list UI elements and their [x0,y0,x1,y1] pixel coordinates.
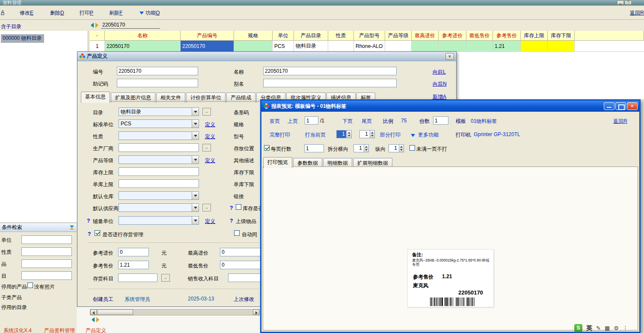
stock-mgmt-help-icon[interactable]: ? [88,231,91,237]
sub-products-label[interactable]: 子类产品 [1,294,22,301]
col-header-code[interactable]: 产品编号 [181,31,234,41]
col-header-ref-sell[interactable]: 参考售价 [493,31,521,41]
cell-spec[interactable] [234,41,273,52]
col-header-stock-max[interactable]: 库存上限 [521,31,548,41]
return-link[interactable]: 返回R [630,9,644,17]
filter-product-input[interactable] [21,259,72,268]
aux-unit-define-link[interactable]: 定义 [205,218,215,225]
dropdown-arrow-icon[interactable] [192,204,199,211]
grid-corner-header[interactable]: - [90,31,105,41]
catalog-browse-button[interactable]: .. [202,108,211,116]
cell-min-sell[interactable] [466,41,493,52]
cell-max-buy[interactable] [412,41,439,52]
stock-mgmt-checkbox[interactable] [95,230,100,236]
app-restore-button[interactable]: ❐ [625,0,632,5]
tree-item-material-catalog[interactable]: 000000 物料目录 [1,34,44,43]
cell-ref-buy[interactable] [439,41,466,52]
cell-catalog[interactable]: 物料目录 [294,41,328,52]
record-nav-icon-bottom[interactable] [92,317,99,324]
first-page-link[interactable]: 首页 [270,118,280,125]
toolbar-delete-button[interactable]: 删除D [50,9,64,17]
bottom-tab-product-data[interactable]: 产品资料管理 [44,327,75,333]
report-titlebar[interactable]: 报表预览: 模板编号 - 01物料标签 [261,101,639,112]
col-header-stock-min[interactable]: 库存下限 [548,31,575,41]
alias-input[interactable] [263,79,397,87]
col-header-nature[interactable]: 性质 [328,31,354,41]
name-input[interactable] [263,67,397,75]
split-vertical-spinner[interactable]: 1 [389,144,404,152]
grade-combo[interactable] [119,155,199,164]
stock-max-input[interactable] [119,167,199,176]
spinner-arrows-icon[interactable] [399,145,404,152]
row-number-cell[interactable]: 1 [90,41,105,52]
col-header-ref-buy[interactable]: 参考进价 [439,31,466,41]
cell-model[interactable]: Rhone-ALO [354,41,385,52]
default-supplier-browse-button[interactable]: .. [202,204,211,211]
col-header-min-sell[interactable]: 最低售价 [466,31,493,41]
manufacturer-input[interactable] [119,143,199,152]
next-record-link[interactable]: 向后N [433,80,447,88]
catalog-combo[interactable]: 物料目录 [119,107,199,116]
col-header-name[interactable]: 名称 [105,31,181,41]
default-warehouse-combo[interactable] [119,191,199,200]
filter-nature-input[interactable] [21,247,72,256]
toolbar-functions-button[interactable]: 功能O [139,9,160,17]
nature-combo[interactable] [119,131,199,140]
next-page-link[interactable]: 下页 [342,118,353,125]
col-header-model[interactable]: 产品型号 [354,31,385,41]
aux-unit-combo[interactable] [119,216,199,225]
cell-name[interactable]: 22050170 [105,41,181,52]
auto-sync-checkbox[interactable] [234,230,240,236]
tab-print-preview[interactable]: 打印预览 [263,157,292,168]
col-header-catalog[interactable]: 产品目录 [294,31,328,41]
report-minimize-button[interactable] [604,102,614,110]
settings-icon[interactable]: ⚙ [614,325,619,331]
dialog-titlebar[interactable]: 产品定义 ✕ [77,52,456,61]
tab-basic-info[interactable]: 基本信息 [81,92,110,103]
spinner-arrows-icon[interactable] [347,131,351,138]
toolbar-edit-button[interactable]: 修改E [20,9,33,17]
rows-per-page-checkbox[interactable] [264,145,270,151]
dropdown-arrow-icon[interactable] [192,192,199,199]
cell-stock-min[interactable] [548,41,575,52]
prev-page-link[interactable]: 上页 [288,118,298,125]
grade-define-link[interactable]: 定义 [205,157,215,164]
keyboard-grid-icon[interactable]: ▦ [605,325,610,331]
toolbar-add-button[interactable]: A [1,9,4,15]
dialog-close-button[interactable]: ✕ [445,53,454,60]
grid-horizontal-scrollbar[interactable] [90,309,260,315]
printer-name[interactable]: Gprinter GP-3120TL [474,131,520,137]
dropdown-arrow-icon[interactable] [192,217,199,224]
scroll-left-button[interactable] [90,309,97,315]
print-full-link[interactable]: 完整打印 [270,131,290,139]
scrollbar-thumb[interactable] [97,309,133,315]
dropdown-arrow-icon[interactable] [192,120,199,128]
col-header-grade[interactable]: 产品等级 [385,31,412,41]
last-page-link[interactable]: 尾页 [362,118,372,125]
nature-define-link[interactable]: 定义 [205,133,215,140]
mnemonic-input[interactable] [117,79,198,87]
panel-collapse-icon[interactable] [69,225,75,230]
copies-input[interactable] [433,116,448,125]
default-supplier-combo[interactable] [119,203,199,212]
col-header-spec[interactable]: 规格 [234,31,273,41]
page-number-input[interactable] [305,116,318,125]
lookup-value[interactable]: 22050170 [101,21,160,29]
spinner-arrows-icon[interactable] [370,131,374,138]
stock-account-input[interactable] [118,274,157,282]
col-header-unit[interactable]: 单位 [273,31,294,41]
split-horizontal-spinner[interactable]: 1 [353,144,369,152]
cell-grade[interactable] [385,41,412,52]
prev-record-link[interactable]: 向前L [433,68,446,76]
dropdown-arrow-icon[interactable] [192,132,199,140]
stock-account-browse-button[interactable]: .. [161,274,170,282]
no-photo-checkbox[interactable] [27,282,33,288]
filter-unit-input[interactable] [21,235,72,244]
std-unit-define-link[interactable]: 定义 [205,121,215,128]
sogou-logo-icon[interactable]: S [574,324,582,332]
not-full-page-checkbox[interactable] [410,145,415,151]
toolbar-refresh-button[interactable]: 刷新F [109,9,122,17]
report-maximize-button[interactable] [615,102,626,110]
store-max-input[interactable] [119,179,199,188]
stock-share-help-icon[interactable]: ? [230,205,233,211]
